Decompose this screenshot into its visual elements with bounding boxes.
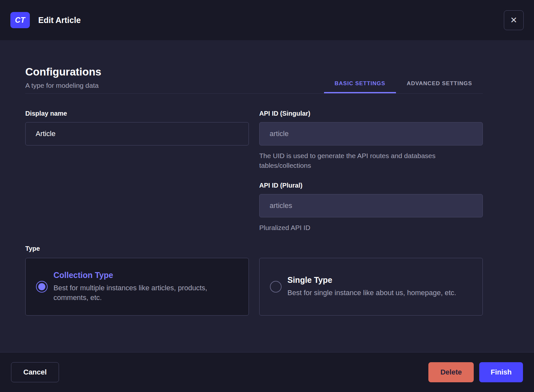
page-subtitle: A type for modeling data: [25, 82, 101, 89]
display-name-label: Display name: [25, 110, 249, 117]
api-id-singular-label: API ID (Singular): [259, 110, 483, 117]
settings-tabs: BASIC SETTINGS ADVANCED SETTINGS: [324, 80, 483, 93]
edit-article-modal: CT Edit Article ✕ Configurations A type …: [0, 0, 534, 392]
type-option-single[interactable]: Single Type Best for single instance lik…: [259, 258, 483, 316]
type-option-single-title: Single Type: [287, 275, 456, 285]
type-option-collection-text: Collection Type Best for multiple instan…: [53, 271, 230, 303]
api-id-plural-hint: Pluralized API ID: [259, 223, 469, 233]
display-name-field-group: Display name: [25, 110, 249, 145]
delete-button[interactable]: Delete: [428, 362, 474, 382]
type-option-single-text: Single Type Best for single instance lik…: [287, 275, 456, 298]
type-option-collection-title: Collection Type: [53, 271, 230, 280]
finish-button[interactable]: Finish: [479, 362, 523, 382]
modal-title: Edit Article: [38, 16, 81, 25]
content-type-badge-label: CT: [15, 16, 25, 25]
api-id-singular-input: [259, 122, 483, 145]
heading-row: Configurations A type for modeling data …: [25, 65, 483, 94]
type-options: Collection Type Best for multiple instan…: [25, 258, 483, 316]
footer-actions: Delete Finish: [428, 362, 523, 382]
cancel-button[interactable]: Cancel: [11, 362, 59, 382]
close-icon: ✕: [510, 16, 517, 24]
type-option-single-description: Best for single instance like about us, …: [287, 288, 456, 298]
modal-header: CT Edit Article ✕: [0, 0, 534, 40]
close-button[interactable]: ✕: [504, 10, 524, 30]
form-column-left: Display name: [25, 110, 249, 233]
radio-checked-icon[interactable]: [36, 281, 48, 293]
display-name-input[interactable]: [25, 122, 249, 145]
tab-advanced-settings[interactable]: ADVANCED SETTINGS: [396, 80, 483, 93]
page-title: Configurations: [25, 65, 101, 78]
api-id-plural-label: API ID (Plural): [259, 182, 483, 189]
type-option-collection[interactable]: Collection Type Best for multiple instan…: [25, 258, 249, 316]
radio-unchecked-icon[interactable]: [270, 281, 282, 293]
type-section: Type Collection Type Best for multiple i…: [25, 245, 483, 316]
form-column-right: API ID (Singular) The UID is used to gen…: [259, 110, 483, 233]
type-option-collection-description: Best for multiple instances like article…: [53, 283, 230, 303]
heading-text: Configurations A type for modeling data: [25, 65, 101, 93]
type-label: Type: [25, 245, 483, 252]
content-type-badge: CT: [10, 12, 30, 28]
modal-footer: Cancel Delete Finish: [0, 352, 534, 392]
api-id-singular-field-group: API ID (Singular) The UID is used to gen…: [259, 110, 483, 170]
tab-basic-settings[interactable]: BASIC SETTINGS: [324, 80, 396, 93]
configuration-form: Display name API ID (Singular) The UID i…: [25, 110, 483, 233]
modal-body: Configurations A type for modeling data …: [0, 40, 534, 352]
api-id-plural-field-group: API ID (Plural) Pluralized API ID: [259, 182, 483, 233]
api-id-plural-input: [259, 194, 483, 217]
api-id-singular-hint: The UID is used to generate the API rout…: [259, 151, 469, 170]
